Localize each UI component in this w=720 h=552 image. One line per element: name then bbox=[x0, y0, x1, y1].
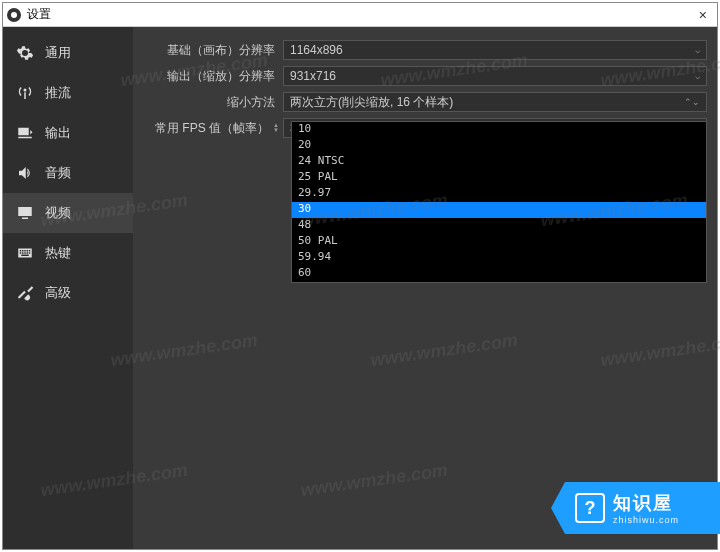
antenna-icon bbox=[15, 83, 35, 103]
keyboard-icon bbox=[15, 243, 35, 263]
question-icon: ? bbox=[575, 493, 605, 523]
gear-icon bbox=[15, 43, 35, 63]
speaker-icon bbox=[15, 163, 35, 183]
downscale-label: 缩小方法 bbox=[143, 94, 283, 111]
fps-option[interactable]: 60 bbox=[292, 266, 706, 282]
sidebar-item-advanced[interactable]: 高级 bbox=[3, 273, 133, 313]
fps-dropdown[interactable]: 102024 NTSC25 PAL29.97304850 PAL59.9460 bbox=[291, 121, 707, 283]
downscale-combo[interactable]: 两次立方(削尖缩放, 16 个样本) ⌃⌄ bbox=[283, 92, 707, 112]
fps-option[interactable]: 20 bbox=[292, 138, 706, 154]
settings-window: 设置 × 通用 推流 输出 音频 视频 bbox=[2, 2, 718, 550]
sidebar-item-label: 热键 bbox=[45, 244, 71, 262]
badge-sub: zhishiwu.com bbox=[613, 515, 679, 525]
window-title: 设置 bbox=[27, 6, 693, 23]
sidebar-item-video[interactable]: 视频 bbox=[3, 193, 133, 233]
base-res-value: 1164x896 bbox=[290, 43, 343, 57]
app-icon bbox=[7, 8, 21, 22]
output-res-label: 输出（缩放）分辨率 bbox=[143, 68, 283, 85]
fps-option[interactable]: 48 bbox=[292, 218, 706, 234]
fps-option[interactable]: 50 PAL bbox=[292, 234, 706, 250]
close-button[interactable]: × bbox=[693, 7, 713, 23]
sidebar-item-label: 通用 bbox=[45, 44, 71, 62]
base-res-combo[interactable]: 1164x896 ⌵ bbox=[283, 40, 707, 60]
tools-icon bbox=[15, 283, 35, 303]
fps-option[interactable]: 59.94 bbox=[292, 250, 706, 266]
badge-title: 知识屋 bbox=[613, 491, 679, 515]
row-downscale: 缩小方法 两次立方(削尖缩放, 16 个样本) ⌃⌄ bbox=[143, 91, 707, 113]
updown-icon: ⌃⌄ bbox=[684, 97, 700, 107]
fps-option[interactable]: 10 bbox=[292, 122, 706, 138]
downscale-value: 两次立方(削尖缩放, 16 个样本) bbox=[290, 94, 453, 111]
window-body: 通用 推流 输出 音频 视频 热键 bbox=[3, 27, 717, 549]
monitor-icon bbox=[15, 203, 35, 223]
fps-option[interactable]: 30 bbox=[292, 202, 706, 218]
chevron-down-icon: ⌵ bbox=[695, 71, 700, 81]
fps-option[interactable]: 29.97 bbox=[292, 186, 706, 202]
output-res-combo[interactable]: 931x716 ⌵ bbox=[283, 66, 707, 86]
base-res-label: 基础（画布）分辨率 bbox=[143, 42, 283, 59]
fps-type-spinner[interactable]: ▲▼ bbox=[273, 123, 279, 133]
sidebar-item-label: 输出 bbox=[45, 124, 71, 142]
fps-label-wrap: 常用 FPS 值（帧率） ▲▼ bbox=[143, 120, 283, 137]
sidebar-item-output[interactable]: 输出 bbox=[3, 113, 133, 153]
content-pane: 基础（画布）分辨率 1164x896 ⌵ 输出（缩放）分辨率 931x716 ⌵… bbox=[133, 27, 717, 549]
row-base-resolution: 基础（画布）分辨率 1164x896 ⌵ bbox=[143, 39, 707, 61]
fps-label: 常用 FPS 值（帧率） bbox=[155, 120, 269, 137]
sidebar: 通用 推流 输出 音频 视频 热键 bbox=[3, 27, 133, 549]
chevron-down-icon: ⌵ bbox=[695, 45, 700, 55]
sidebar-item-label: 视频 bbox=[45, 204, 71, 222]
sidebar-item-general[interactable]: 通用 bbox=[3, 33, 133, 73]
sidebar-item-audio[interactable]: 音频 bbox=[3, 153, 133, 193]
sidebar-item-stream[interactable]: 推流 bbox=[3, 73, 133, 113]
sidebar-item-label: 高级 bbox=[45, 284, 71, 302]
fps-option[interactable]: 24 NTSC bbox=[292, 154, 706, 170]
badge-text: 知识屋 zhishiwu.com bbox=[613, 491, 679, 525]
titlebar: 设置 × bbox=[3, 3, 717, 27]
row-output-resolution: 输出（缩放）分辨率 931x716 ⌵ bbox=[143, 65, 707, 87]
output-res-value: 931x716 bbox=[290, 69, 336, 83]
fps-option[interactable]: 25 PAL bbox=[292, 170, 706, 186]
sidebar-item-label: 音频 bbox=[45, 164, 71, 182]
site-badge: ? 知识屋 zhishiwu.com bbox=[565, 482, 720, 534]
output-icon bbox=[15, 123, 35, 143]
sidebar-item-label: 推流 bbox=[45, 84, 71, 102]
sidebar-item-hotkeys[interactable]: 热键 bbox=[3, 233, 133, 273]
